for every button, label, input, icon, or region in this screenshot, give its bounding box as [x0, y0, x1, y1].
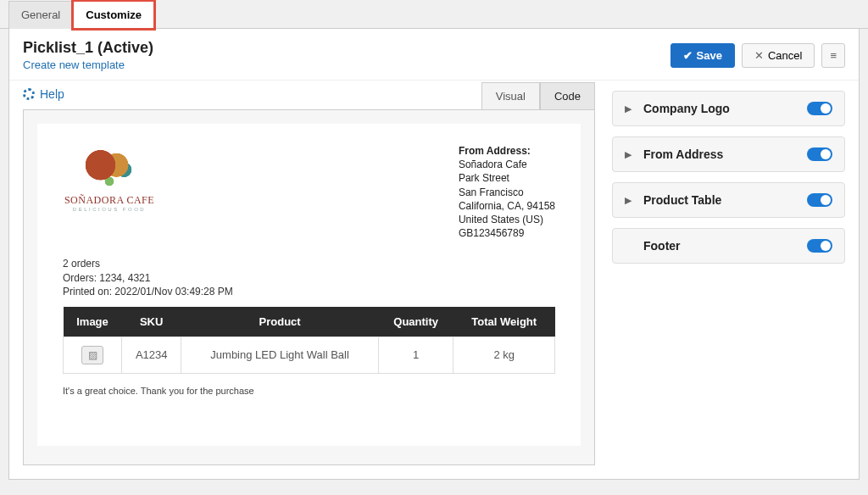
toggle-from-address[interactable] — [807, 147, 832, 161]
col-product: Product — [181, 307, 379, 337]
settings-panel: ▶ Company Logo ▶ From Address ▶ Produc — [612, 81, 845, 465]
view-tab-visual-label: Visual — [496, 90, 526, 103]
document-preview: SOÑADORA CAFE DELICIOUS FOOD From Addres… — [37, 124, 581, 446]
setting-footer[interactable]: ▶ Footer — [612, 228, 845, 264]
cancel-button-label: Cancel — [768, 49, 802, 62]
table-row: ▨ A1234 Jumbing LED Light Wall Ball 1 2 … — [64, 336, 555, 373]
page-title: Picklist_1 (Active) — [23, 39, 153, 57]
save-button-label: Save — [697, 49, 722, 62]
cell-image: ▨ — [64, 336, 122, 373]
view-tab-code[interactable]: Code — [540, 82, 595, 109]
from-address-line: Soñadora Cafe — [459, 158, 555, 171]
cell-weight: 2 kg — [453, 336, 555, 373]
col-image: Image — [64, 307, 122, 337]
doc-top: SOÑADORA CAFE DELICIOUS FOOD From Addres… — [63, 144, 555, 240]
setting-company-logo[interactable]: ▶ Company Logo — [612, 91, 845, 126]
page-header: Picklist_1 (Active) Create new template … — [9, 29, 859, 81]
product-table: Image SKU Product Quantity Total Weight … — [63, 307, 555, 374]
setting-label: Footer — [643, 239, 681, 253]
col-weight: Total Weight — [453, 307, 555, 337]
chevron-right-icon: ▶ — [625, 195, 633, 206]
company-logo-tagline: DELICIOUS FOOD — [63, 207, 156, 212]
chevron-right-icon: ▶ — [625, 103, 633, 114]
app-root: General Customize Picklist_1 (Active) Cr… — [0, 0, 868, 495]
left-column: Help Visual Code SOÑADORA CAFE DELICIOUS… — [23, 81, 595, 465]
toggle-footer[interactable] — [807, 239, 832, 253]
setting-label: Company Logo — [643, 102, 730, 115]
image-placeholder-icon: ▨ — [81, 346, 103, 364]
from-address-label: From Address: — [459, 144, 555, 158]
preview-pane: SOÑADORA CAFE DELICIOUS FOOD From Addres… — [23, 109, 595, 465]
toggle-company-logo[interactable] — [807, 102, 832, 115]
lifering-icon — [23, 88, 35, 100]
hamburger-icon: ≡ — [830, 49, 837, 62]
orders-ids: Orders: 1234, 4321 — [63, 271, 555, 285]
col-qty: Quantity — [378, 307, 453, 337]
setting-from-address[interactable]: ▶ From Address — [612, 136, 845, 172]
company-logo-mark — [80, 144, 139, 191]
help-link-label: Help — [40, 87, 64, 101]
check-icon: ✔ — [683, 49, 693, 62]
page-header-actions: ✔ Save ✕ Cancel ≡ — [670, 43, 845, 68]
from-address-line: United States (US) — [459, 213, 555, 226]
chevron-right-icon: ▶ — [625, 149, 633, 160]
cell-sku: A1234 — [122, 336, 181, 373]
setting-label: From Address — [643, 147, 723, 161]
top-tabs: General Customize — [0, 0, 868, 29]
setting-product-table[interactable]: ▶ Product Table — [612, 182, 845, 218]
from-address-line: California, CA, 94158 — [459, 199, 555, 213]
from-address: From Address: Soñadora Cafe Park Street … — [459, 144, 555, 240]
company-logo: SOÑADORA CAFE DELICIOUS FOOD — [63, 144, 156, 240]
help-link[interactable]: Help — [23, 87, 64, 101]
create-template-link[interactable]: Create new template — [23, 58, 125, 71]
close-icon: ✕ — [754, 49, 764, 62]
page-body: Help Visual Code SOÑADORA CAFE DELICIOUS… — [9, 81, 859, 479]
view-tab-code-label: Code — [554, 90, 581, 103]
orders-count: 2 orders — [63, 257, 555, 270]
toggle-product-table[interactable] — [807, 193, 832, 207]
col-sku: SKU — [122, 307, 181, 337]
tab-general-label: General — [21, 8, 60, 21]
page-header-left: Picklist_1 (Active) Create new template — [23, 39, 153, 71]
orders-printed: Printed on: 2022/01/Nov 03:49:28 PM — [63, 285, 555, 298]
from-address-line: San Francisco — [459, 186, 555, 199]
cell-product: Jumbing LED Light Wall Ball — [181, 336, 379, 373]
setting-label: Product Table — [643, 193, 721, 207]
cell-qty: 1 — [378, 336, 453, 373]
save-button[interactable]: ✔ Save — [670, 43, 735, 68]
company-logo-name: SOÑADORA CAFE — [63, 194, 156, 207]
page: Picklist_1 (Active) Create new template … — [8, 29, 860, 480]
tab-customize-label: Customize — [86, 8, 142, 21]
view-tabs: Visual Code — [23, 82, 595, 109]
view-tab-visual[interactable]: Visual — [481, 82, 540, 109]
footer-note: It's a great choice. Thank you for the p… — [63, 386, 555, 396]
tab-general[interactable]: General — [8, 1, 73, 29]
cancel-button[interactable]: ✕ Cancel — [742, 43, 815, 68]
tab-customize[interactable]: Customize — [73, 1, 154, 29]
more-menu-button[interactable]: ≡ — [821, 43, 845, 68]
from-address-line: GB123456789 — [459, 226, 555, 240]
orders-meta: 2 orders Orders: 1234, 4321 Printed on: … — [63, 257, 555, 298]
from-address-line: Park Street — [459, 171, 555, 185]
